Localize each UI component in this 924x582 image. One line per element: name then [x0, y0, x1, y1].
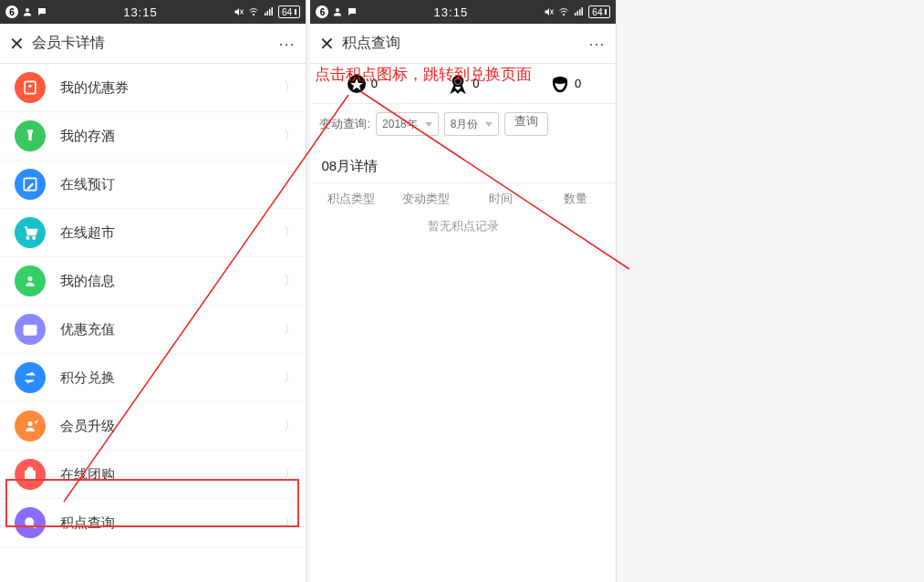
svg-point-0	[26, 8, 29, 12]
menu-item-booking[interactable]: 在线预订 〉	[0, 161, 306, 209]
svg-point-18	[336, 8, 339, 12]
chat-icon	[347, 6, 358, 17]
battery-icon: 64	[278, 5, 300, 18]
signal-icon	[263, 6, 275, 17]
battery-icon: 64	[588, 5, 610, 18]
svg-rect-7	[271, 7, 273, 16]
chevron-right-icon: 〉	[284, 128, 296, 144]
menu-label: 我的信息	[60, 273, 284, 290]
svg-point-17	[26, 518, 33, 525]
wifi-icon	[247, 6, 260, 17]
wine-icon	[15, 120, 46, 151]
menu-item-points-query[interactable]: 积点查询 〉	[0, 499, 306, 547]
menu-label: 我的存酒	[60, 128, 284, 145]
col-change: 变动类型	[389, 191, 463, 207]
tab-value: 0	[371, 77, 378, 90]
chevron-right-icon: 〉	[284, 176, 296, 192]
menu-label: 优惠充值	[60, 321, 284, 338]
svg-rect-24	[579, 9, 581, 16]
menu-item-shop[interactable]: 在线超市 〉	[0, 209, 306, 257]
bag-icon	[15, 459, 46, 490]
menu-item-info[interactable]: 我的信息 〉	[0, 257, 306, 306]
more-icon[interactable]: ⋯	[278, 34, 296, 54]
chevron-right-icon: 〉	[284, 369, 296, 386]
svg-point-13	[28, 276, 33, 281]
svg-point-29	[456, 79, 460, 83]
menu-label: 会员升级	[60, 418, 284, 435]
menu-label: 积点查询	[60, 514, 284, 532]
svg-point-9	[28, 85, 31, 88]
menu-item-upgrade[interactable]: 会员升级 〉	[0, 402, 306, 451]
ticket-icon	[15, 72, 46, 103]
menu-label: 我的优惠券	[60, 79, 284, 97]
tab-value: 0	[472, 77, 479, 90]
star-badge-icon	[346, 73, 368, 95]
status-bar: 6 13:15 64	[0, 0, 306, 24]
wifi-icon	[557, 6, 570, 17]
notif-badge: 6	[316, 5, 328, 18]
svg-rect-22	[575, 13, 576, 16]
svg-point-16	[28, 421, 33, 426]
chevron-right-icon: 〉	[284, 273, 296, 289]
svg-rect-23	[577, 11, 579, 16]
phone-1: 6 13:15 64 ✕ 会员卡详情 ⋯ 我的优惠券 〉 我的存酒 〉 在线预	[0, 0, 306, 582]
svg-rect-5	[266, 11, 268, 16]
chevron-right-icon: 〉	[284, 224, 296, 241]
svg-rect-10	[24, 178, 36, 190]
svg-rect-4	[265, 13, 266, 16]
tab-medal-points[interactable]: 0	[447, 73, 479, 95]
chat-icon	[36, 6, 47, 17]
tab-cup-points[interactable]: 0	[549, 73, 581, 95]
menu-item-wine[interactable]: 我的存酒 〉	[0, 112, 306, 161]
points-tabs: 0 0 0	[310, 64, 616, 104]
navbar: ✕ 会员卡详情 ⋯	[0, 24, 306, 64]
more-icon[interactable]: ⋯	[588, 34, 607, 54]
svg-rect-25	[582, 7, 584, 16]
search-icon	[15, 507, 46, 538]
svg-point-30	[553, 77, 567, 84]
menu-label: 在线预订	[60, 176, 284, 193]
table-header: 积点类型 变动类型 时间 数量	[310, 183, 616, 214]
tab-value: 0	[575, 77, 581, 90]
menu-item-recharge[interactable]: 优惠充值 〉	[0, 306, 306, 354]
page-title: 会员卡详情	[32, 34, 278, 53]
page-title: 积点查询	[342, 34, 588, 53]
filter-row: 变动查询: 2018年 8月份 查询	[310, 105, 616, 143]
navbar: ✕ 积点查询 ⋯	[310, 24, 616, 64]
menu-item-groupbuy[interactable]: 在线团购 〉	[0, 451, 306, 499]
svg-point-21	[564, 14, 566, 16]
col-qty: 数量	[538, 191, 613, 207]
person-icon	[22, 6, 33, 17]
menu-item-coupons[interactable]: 我的优惠券 〉	[0, 64, 306, 112]
svg-point-3	[253, 14, 254, 16]
col-time: 时间	[463, 191, 538, 207]
filter-label: 变动查询:	[319, 116, 370, 132]
medal-icon	[447, 73, 469, 95]
mute-icon	[544, 6, 555, 17]
menu-item-points-ex[interactable]: 积分兑换 〉	[0, 354, 306, 402]
acorn-icon	[549, 73, 571, 95]
empty-state: 暂无积点记录	[310, 214, 616, 249]
person-icon	[332, 6, 343, 17]
chevron-right-icon: 〉	[284, 418, 296, 434]
section-header: 08月详情	[310, 151, 616, 183]
user-icon	[15, 265, 46, 296]
notif-badge: 6	[5, 5, 18, 18]
phone-2: 6 13:15 64 ✕ 积点查询 ⋯ 0 0 0 变动查询:	[310, 0, 617, 582]
query-button[interactable]: 查询	[504, 112, 548, 136]
menu-list: 我的优惠券 〉 我的存酒 〉 在线预订 〉 在线超市 〉 我的信息 〉 优惠充值…	[0, 64, 306, 547]
camera-icon	[15, 314, 46, 345]
year-select[interactable]: 2018年	[376, 112, 439, 136]
svg-rect-6	[269, 9, 271, 16]
edit-icon	[15, 169, 46, 200]
tab-star-points[interactable]: 0	[346, 73, 378, 95]
menu-label: 在线团购	[60, 466, 284, 483]
close-icon[interactable]: ✕	[319, 33, 335, 55]
status-time: 13:15	[47, 5, 234, 19]
status-time: 13:15	[358, 5, 544, 19]
chevron-right-icon: 〉	[284, 466, 296, 483]
svg-point-12	[33, 237, 36, 240]
month-select[interactable]: 8月份	[444, 112, 500, 136]
close-icon[interactable]: ✕	[9, 33, 25, 55]
menu-label: 在线超市	[60, 224, 284, 242]
